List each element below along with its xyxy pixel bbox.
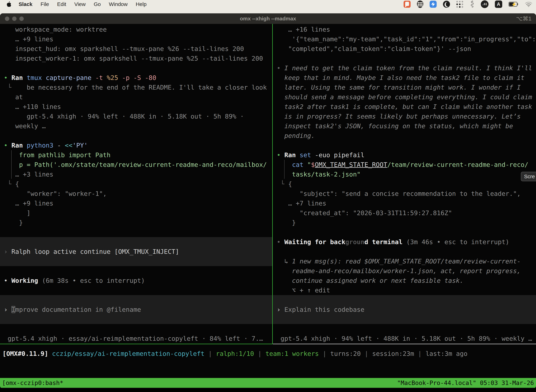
text-segment: › [277,306,281,313]
text-segment: from pathlib import Path [0,151,111,159]
text-segment: -p -S -80 [118,74,156,81]
window-titlebar[interactable]: omx --xhigh --madmax ⌥⌘1 [0,13,536,24]
text-segment [8,306,11,313]
text-segment: inspect_hud: omx sparkshell --tmux-pane … [0,45,244,52]
text-segment: continue assigned work or next feasible … [273,277,464,284]
crescent-icon[interactable] [443,1,450,8]
terminal-row: gpt-5.4 xhigh · 94% left · 488K in · 5.1… [0,112,272,121]
terminal-row [273,247,536,257]
text-segment: I need to get the claim token from the c… [284,65,532,72]
terminal-row: … +9 lines [0,198,272,208]
wifi-icon[interactable] [525,2,532,7]
terminal-row: p = Path('.omx/state/team/review-current… [0,160,272,169]
text-segment: { [284,180,292,187]
text-segment: I [11,306,15,313]
ralph-loop-status: › Ralph loop active continue [OMX_TMUX_I… [0,247,272,257]
text-segment: • [273,151,284,159]
text-segment [0,306,4,313]
squiggle-icon[interactable] [469,0,474,8]
menu-item-file[interactable]: File [40,1,49,7]
terminal-row: inspect_hud: omx sparkshell --tmux-pane … [0,44,272,54]
terminal-row: inspect task2's JSON, focusing on the st… [273,121,536,131]
text-segment: gpt-5.4 xhigh · 94% left · 488K in · 5.1… [0,113,244,120]
pane-right[interactable]: … +16 lines '{"team_name":"my-team","tas… [273,24,536,344]
text-segment: << [65,142,72,149]
text-segment: readme-and-reco/mailbox/worker-1.json, a… [273,267,521,275]
terminal-row: "created_at": "2026-03-31T11:59:27.816Z" [273,208,536,218]
terminal-row: weekly … [0,121,272,131]
menu-item-help[interactable]: Help [136,1,147,7]
text-segment: | [254,350,266,357]
privacy-shield-icon[interactable] [417,0,423,8]
text-segment: gpt-5.4 xhigh · 94% left · 488K in · 5.1… [273,335,532,342]
terminal-row: tasks/task-2.json" [273,169,536,179]
terminal-row: … +9 lines [0,34,272,44]
terminal-row: "subject": "send a concise recommendatio… [273,189,536,198]
text-segment: inspect task2's JSON, focusing on the st… [273,122,513,130]
terminal-row [273,295,536,305]
spark-icon[interactable] [430,1,437,8]
text-segment: at [0,93,23,101]
text-segment: " [307,161,311,168]
grid-dots-icon[interactable] [456,1,463,8]
command-ran-python: • Ran python3 - <<'PY' [0,140,272,150]
menu-item-slack[interactable]: Slack [19,1,32,7]
tmux-session-label: [omx-cczip0:bash* [2,379,63,386]
battery-icon[interactable]: ⚡ [509,2,519,7]
apple-logo-icon[interactable] [6,1,12,8]
prompt-line[interactable]: › Explain this codebase [273,305,536,314]
text-segment: '{"team_name":"my-team","task_id":"1","f… [273,36,536,43]
text-segment: | [361,350,372,357]
terminal-row: ↳ 1 new msg(s): read $OMX_TEAM_STATE_ROO… [273,257,536,266]
terminal-row: at [0,92,272,102]
text-segment: 'PY' [72,142,88,149]
text-segment [273,161,292,168]
text-segment: %25 [103,74,118,81]
text-segment: set [300,151,311,159]
text-segment: ⌥ + ↑ edit [273,287,330,294]
text-segment: … +7 lines [273,200,326,207]
text-segment: [OMX#0.11.9] [2,350,48,357]
text-segment: • [273,238,284,246]
terminal-window: omx --xhigh --madmax ⌥⌘1 workspace_mode:… [0,13,536,388]
text-segment: … +3 lines [0,171,53,178]
menu-item-go[interactable]: Go [94,1,101,7]
pane-divider[interactable] [272,24,273,344]
terminal-row: "worker": "worker-1", [0,189,272,198]
terminal-row: readme-and-reco/mailbox/worker-1.json, a… [273,266,536,276]
terminal-row: └ { [273,179,536,189]
text-segment: inspect_worker-1: omx sparkshell --tmux-… [0,55,263,62]
text-segment: OMX_TEAM_STATE_ROOT [315,161,387,168]
text-segment: "subject": "send a concise recommendatio… [273,190,521,197]
text-segment: | [319,350,330,357]
terminal-row: … +7 lines [273,198,536,208]
terminal-row: ⌥ + ↑ edit [273,285,536,295]
window-title: omx --xhigh --madmax [0,16,536,22]
text-segment: … +110 lines [0,103,61,110]
prompt-line[interactable]: › Improve documentation in @filename [0,305,272,314]
text-segment: Working [11,277,38,284]
pane-left[interactable]: workspace_mode: worktree … +9 lines insp… [0,24,272,344]
text-segment [0,248,4,255]
menu-item-view[interactable]: View [74,1,86,7]
terminal-row: … +16 lines [273,25,536,34]
terminal-row: later. Using the same for transition mig… [273,83,536,92]
terminal-row: ] [0,208,272,218]
text-segment: -euo pipefail [311,151,364,159]
badge-61-icon[interactable]: ..61 [481,0,488,8]
text-segment: … +9 lines [0,200,53,207]
screen-share-icon[interactable] [404,1,411,8]
text-segment: … +16 lines [273,26,330,33]
keyboard-a-icon[interactable]: A [495,0,502,8]
text-segment: Ran [11,142,23,149]
text-segment [23,142,27,149]
menu-item-edit[interactable]: Edit [57,1,66,7]
terminal-row: } [273,218,536,227]
text-segment: Waiting for back [284,238,345,246]
menu-item-window[interactable]: Window [109,1,128,7]
terminal-row [273,54,536,63]
terminal-row [0,63,272,73]
text-segment: › [4,306,8,313]
text-segment: | [414,350,426,357]
text-segment: be necessary for the end of the README. … [11,84,267,91]
